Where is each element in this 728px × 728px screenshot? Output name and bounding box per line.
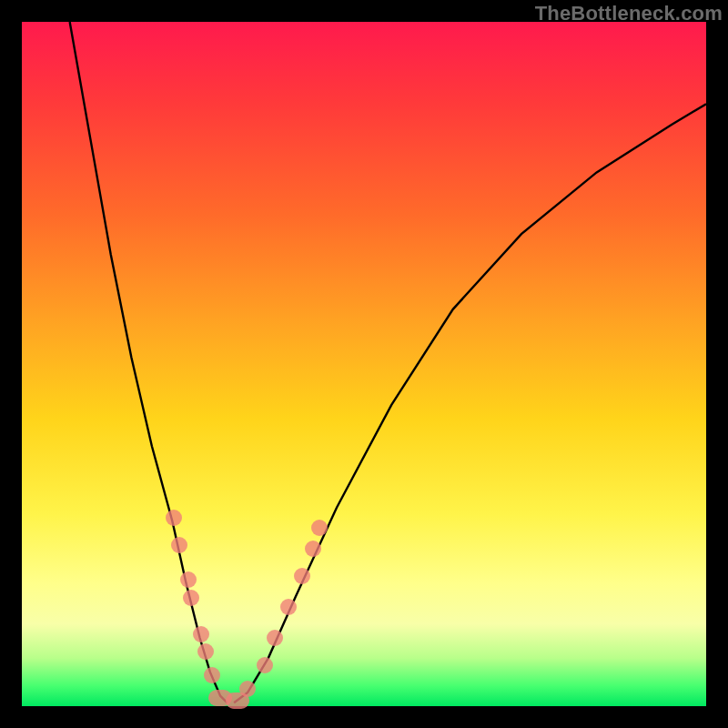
chart-plot-area: [22, 22, 706, 706]
data-dot: [166, 510, 182, 526]
data-dot: [305, 541, 321, 557]
watermark-text: TheBottleneck.com: [535, 2, 723, 25]
left-branch-path: [70, 22, 228, 703]
data-dot: [311, 520, 328, 536]
data-dot: [267, 630, 283, 646]
data-dot: [193, 626, 209, 642]
curve-layer: [22, 22, 706, 706]
data-dot: [197, 643, 214, 660]
data-dot: [257, 657, 273, 673]
data-dot: [171, 537, 187, 553]
right-branch-path: [234, 104, 706, 703]
data-dot: [280, 599, 297, 615]
data-dot: [239, 681, 256, 697]
data-dot: [183, 590, 199, 606]
data-dot: [204, 667, 220, 683]
data-dot: [294, 568, 310, 584]
data-dot: [180, 571, 197, 588]
